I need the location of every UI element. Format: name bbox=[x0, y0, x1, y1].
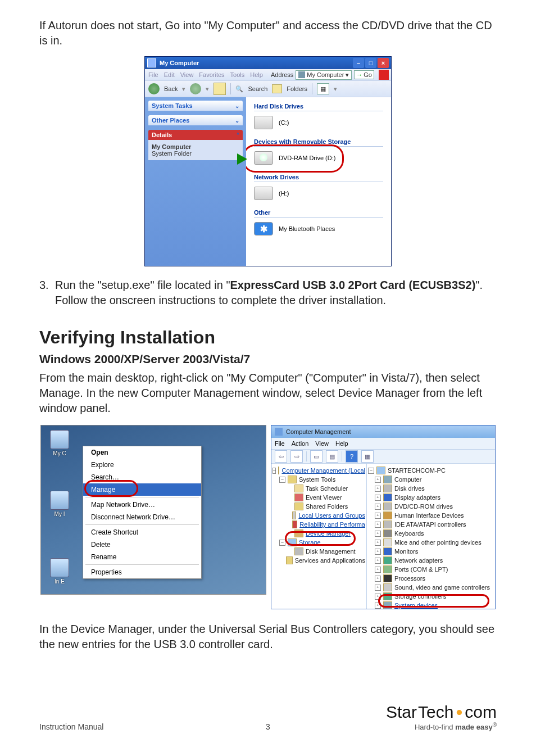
menu-help[interactable]: Help bbox=[250, 71, 263, 78]
cm-disk-mgmt[interactable]: Disk Management bbox=[306, 548, 356, 555]
expand-icon[interactable]: + bbox=[375, 576, 381, 582]
view-icon[interactable]: ▦ bbox=[361, 450, 374, 463]
drive-h[interactable]: (H:) bbox=[254, 187, 383, 200]
cm-shared-folders[interactable]: Shared Folders bbox=[306, 503, 348, 510]
drive-c[interactable]: (C:) bbox=[254, 116, 383, 129]
expand-icon[interactable]: + bbox=[375, 513, 381, 519]
desktop-icon[interactable]: In E bbox=[47, 558, 72, 585]
cm-menu-action[interactable]: Action bbox=[292, 440, 309, 447]
system-tasks-panel[interactable]: System Tasks bbox=[152, 102, 193, 109]
minimize-button[interactable]: – bbox=[353, 58, 364, 68]
desktop-icon-mycomputer[interactable]: My C bbox=[47, 430, 72, 456]
verifying-installation-heading: Verifying Installation bbox=[39, 327, 497, 348]
dm-ide[interactable]: IDE ATA/ATAPI controllers bbox=[394, 521, 466, 528]
forward-arrow-icon[interactable]: ⇨ bbox=[290, 450, 303, 463]
ctx-create-shortcut[interactable]: Create Shortcut bbox=[83, 526, 201, 538]
verify-paragraph: From the main desktop, right-click on "M… bbox=[39, 370, 497, 416]
ctx-properties[interactable]: Properties bbox=[83, 566, 201, 578]
shared-folders-icon bbox=[294, 503, 303, 510]
cm-system-tools[interactable]: System Tools bbox=[299, 476, 335, 483]
expand-icon[interactable]: + bbox=[375, 486, 381, 492]
expand-icon[interactable]: – bbox=[368, 468, 374, 474]
tree-icon bbox=[383, 574, 392, 582]
menu-view[interactable]: View bbox=[180, 71, 194, 78]
back-icon[interactable] bbox=[148, 83, 160, 94]
bluetooth-places[interactable]: ✱ My Bluetooth Places bbox=[254, 222, 383, 236]
ctx-map-drive[interactable]: Map Network Drive… bbox=[83, 499, 201, 511]
menu-file[interactable]: File bbox=[148, 71, 158, 78]
dm-keyboards[interactable]: Keyboards bbox=[394, 530, 424, 537]
back-arrow-icon[interactable]: ⇦ bbox=[275, 450, 287, 463]
close-button[interactable]: × bbox=[378, 58, 389, 68]
dm-hid[interactable]: Human Interface Devices bbox=[394, 512, 464, 519]
search-label[interactable]: Search bbox=[248, 85, 267, 92]
cm-menu-file[interactable]: File bbox=[275, 440, 285, 447]
view-icon[interactable]: ▦ bbox=[317, 83, 329, 94]
help-icon[interactable]: ? bbox=[346, 450, 358, 463]
dm-ports[interactable]: Ports (COM & LPT) bbox=[394, 566, 448, 573]
ctx-disconnect-drive[interactable]: Disconnect Network Drive… bbox=[83, 511, 201, 523]
dm-disk[interactable]: Disk drives bbox=[394, 485, 425, 492]
dm-monitors[interactable]: Monitors bbox=[394, 548, 418, 555]
expand-icon[interactable]: – bbox=[279, 540, 285, 546]
expand-icon[interactable]: + bbox=[375, 585, 381, 591]
cm-event-viewer[interactable]: Event Viewer bbox=[306, 494, 342, 501]
maximize-button[interactable]: □ bbox=[365, 58, 376, 68]
expand-icon[interactable]: + bbox=[375, 522, 381, 528]
ctx-open[interactable]: Open bbox=[83, 446, 201, 459]
ctx-delete[interactable]: Delete bbox=[83, 538, 201, 551]
ctx-explore[interactable]: Explore bbox=[83, 459, 201, 471]
cm-services[interactable]: Services and Applications bbox=[295, 557, 365, 564]
chevron-icon[interactable]: ⌄ bbox=[235, 103, 239, 109]
cm-menu-view[interactable]: View bbox=[315, 440, 329, 447]
dm-processors[interactable]: Processors bbox=[394, 575, 425, 582]
dm-network[interactable]: Network adapters bbox=[394, 557, 443, 564]
dm-sound[interactable]: Sound, video and game controllers bbox=[394, 584, 490, 591]
tree-icon bbox=[383, 503, 392, 510]
tree-icon bbox=[383, 538, 392, 546]
expand-icon[interactable]: + bbox=[375, 531, 381, 537]
menu-edit[interactable]: Edit bbox=[164, 71, 175, 78]
event-viewer-icon bbox=[294, 494, 303, 501]
reliability-icon bbox=[292, 520, 297, 528]
folders-label[interactable]: Folders bbox=[287, 85, 307, 92]
details-system-folder: System Folder bbox=[152, 150, 239, 157]
menu-tools[interactable]: Tools bbox=[230, 71, 245, 78]
dm-display[interactable]: Display adapters bbox=[394, 494, 440, 501]
address-box[interactable]: My Computer ▾ bbox=[296, 70, 352, 80]
dm-root[interactable]: STARTECHCOM-PC bbox=[388, 467, 446, 474]
other-places-panel[interactable]: Other Places bbox=[152, 117, 189, 124]
cm-reliability[interactable]: Reliability and Performa bbox=[299, 521, 365, 528]
expand-icon[interactable]: – bbox=[272, 468, 276, 474]
up-folder-icon[interactable] bbox=[214, 83, 226, 95]
properties-icon[interactable]: ▭ bbox=[310, 450, 322, 463]
chevron-up-icon[interactable]: ˄ bbox=[237, 132, 239, 138]
expand-icon[interactable]: + bbox=[375, 504, 381, 510]
expand-icon[interactable]: + bbox=[375, 549, 381, 555]
go-button[interactable]: → Go bbox=[354, 70, 374, 79]
cm-root[interactable]: Computer Management (Local bbox=[281, 467, 365, 474]
cm-local-users[interactable]: Local Users and Groups bbox=[298, 512, 365, 519]
search-icon[interactable]: 🔍 bbox=[235, 85, 243, 93]
expand-icon[interactable]: + bbox=[375, 495, 381, 501]
details-panel[interactable]: Details bbox=[152, 132, 172, 138]
ctx-rename[interactable]: Rename bbox=[83, 551, 201, 563]
dm-computer[interactable]: Computer bbox=[394, 476, 421, 483]
desktop-icon[interactable]: My I bbox=[47, 491, 72, 517]
chevron-down-icon[interactable]: ▾ bbox=[346, 71, 349, 79]
expand-icon[interactable]: + bbox=[375, 477, 381, 483]
expand-icon[interactable]: – bbox=[279, 477, 285, 483]
expand-icon[interactable]: + bbox=[375, 540, 381, 546]
expand-icon[interactable]: + bbox=[375, 567, 381, 573]
cm-task-scheduler[interactable]: Task Scheduler bbox=[306, 485, 348, 492]
dm-mice[interactable]: Mice and other pointing devices bbox=[394, 539, 482, 546]
computer-icon bbox=[376, 467, 385, 474]
menu-favorites[interactable]: Favorites bbox=[199, 71, 224, 78]
dm-dvd[interactable]: DVD/CD-ROM drives bbox=[394, 503, 453, 510]
chevron-icon[interactable]: ⌄ bbox=[235, 117, 239, 124]
refresh-icon[interactable]: ▤ bbox=[326, 450, 338, 463]
forward-icon[interactable] bbox=[190, 83, 201, 94]
cm-menu-help[interactable]: Help bbox=[335, 440, 348, 447]
expand-icon[interactable]: + bbox=[375, 558, 381, 564]
folders-icon[interactable] bbox=[272, 84, 282, 93]
